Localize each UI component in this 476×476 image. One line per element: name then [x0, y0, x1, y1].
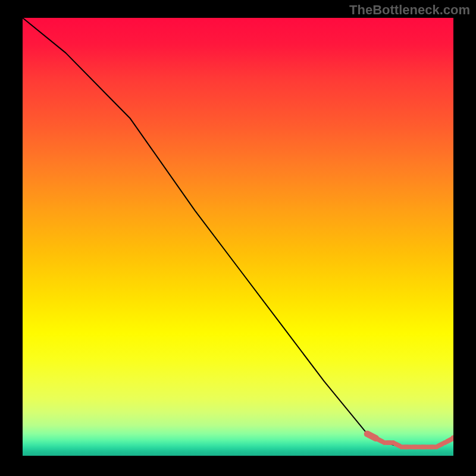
plot-area: [23, 18, 453, 456]
marker-dash: [378, 439, 382, 441]
chart-overlay-svg: [23, 18, 453, 456]
marker-dash: [369, 435, 374, 437]
marker-dots-group: [364, 431, 453, 449]
bottleneck-curve-path: [23, 18, 453, 447]
chart-frame: TheBottleneck.com: [0, 0, 476, 476]
marker-dash: [439, 444, 443, 446]
watermark-text: TheBottleneck.com: [349, 2, 470, 18]
marker-dash: [395, 444, 399, 446]
marker-dash: [447, 439, 451, 441]
